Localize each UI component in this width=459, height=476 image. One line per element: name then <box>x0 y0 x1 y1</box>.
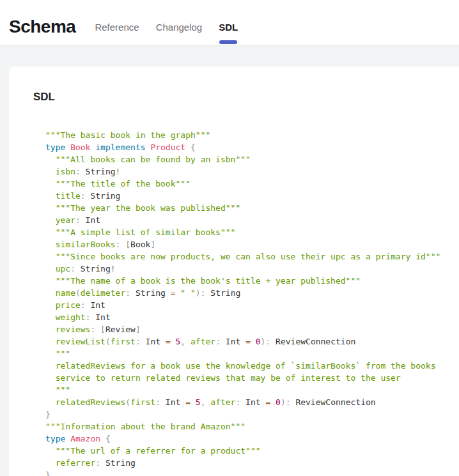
code-line: """All books can be found by an isbn""" <box>45 153 446 165</box>
sdl-heading: SDL <box>33 91 446 104</box>
code-line: reviews: [Review] <box>45 323 446 335</box>
tab-changelog[interactable]: Changelog <box>156 9 203 45</box>
code-line: """Since books are now products, we can … <box>45 250 446 263</box>
page-title: Schema <box>9 17 75 37</box>
code-line: """Information about the brand Amazon""" <box>45 420 446 433</box>
code-line: relatedReviews(first: Int = 5, after: In… <box>45 396 446 408</box>
code-line: year: Int <box>45 214 446 226</box>
code-line: """ <box>45 348 446 360</box>
code-line: } <box>45 408 446 420</box>
code-line: """The name of a book is the book's titl… <box>45 275 446 287</box>
code-line: referrer: String <box>45 457 446 469</box>
code-line: upc: String! <box>45 263 446 275</box>
code-line: name(delimeter: String = " "): String <box>45 287 446 299</box>
code-line: } <box>45 469 446 476</box>
code-line: isbn: String! <box>45 165 446 178</box>
code-line: reviewList(first: Int = 5, after: Int = … <box>45 335 446 348</box>
code-line: """ <box>45 384 446 396</box>
code-line: """The basic book in the graph""" <box>45 129 446 141</box>
page-body: SDL """The basic book in the graph"""typ… <box>0 66 459 476</box>
code-line: service to return related reviews that m… <box>45 372 446 384</box>
tab-reference[interactable]: Reference <box>95 9 139 45</box>
code-line: """The url of a referrer for a product""… <box>45 445 446 457</box>
tab-sdl[interactable]: SDL <box>219 9 238 45</box>
code-line: weight: Int <box>45 311 446 323</box>
tab-sdl-label: SDL <box>219 22 238 33</box>
code-line: similarBooks: [Book] <box>45 238 446 250</box>
code-line: title: String <box>45 190 446 202</box>
tab-changelog-label: Changelog <box>156 22 203 33</box>
code-line: """A simple list of similar books""" <box>45 226 446 238</box>
tab-reference-label: Reference <box>95 22 139 33</box>
code-line: relatedReviews for a book use the knowle… <box>45 360 446 372</box>
code-line: type Amazon { <box>45 433 446 445</box>
sdl-card: SDL """The basic book in the graph"""typ… <box>9 66 459 476</box>
code-line: """The title of the book""" <box>45 178 446 190</box>
page-header: Schema Reference Changelog SDL <box>0 0 459 45</box>
code-line: price: Int <box>45 299 446 311</box>
sdl-code-block: """The basic book in the graph"""type Bo… <box>33 129 446 476</box>
code-line: """The year the book was published""" <box>45 202 446 214</box>
tab-bar: Reference Changelog SDL <box>95 9 238 45</box>
active-tab-indicator <box>219 40 237 44</box>
code-line: type Book implements Product { <box>45 141 446 153</box>
